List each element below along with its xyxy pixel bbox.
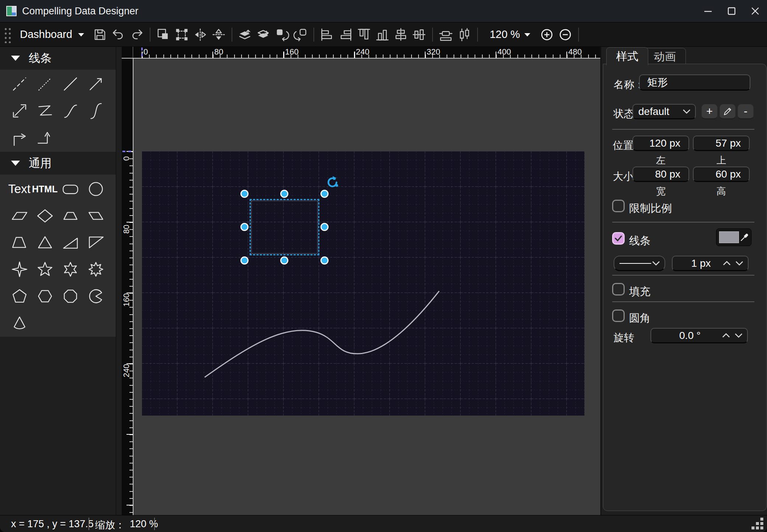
save-button[interactable] bbox=[91, 25, 109, 44]
shape-item-double-arrow-line[interactable] bbox=[7, 98, 32, 124]
shape-item-s-curve-line[interactable] bbox=[83, 98, 108, 124]
send-backward-button[interactable] bbox=[254, 25, 273, 44]
shape-item-triangle[interactable] bbox=[32, 230, 58, 255]
top-caption: 上 bbox=[693, 154, 750, 167]
line-color-widget[interactable] bbox=[716, 228, 752, 246]
shape-item-dashed-line[interactable] bbox=[7, 71, 32, 97]
distribute-vertical-button[interactable] bbox=[455, 25, 473, 44]
rotation-spinner[interactable]: 0.0 ° bbox=[650, 328, 748, 343]
shape-item-html[interactable]: HTML bbox=[32, 176, 58, 202]
shape-item-elbow-arrow-up[interactable] bbox=[32, 125, 58, 151]
section-header-general[interactable]: 通用 bbox=[0, 152, 116, 175]
spinner-up-icon[interactable] bbox=[723, 261, 731, 266]
rotate-handle-icon[interactable] bbox=[325, 176, 339, 189]
flip-horizontal-button[interactable] bbox=[191, 25, 209, 44]
resize-handle-bottom-left[interactable] bbox=[240, 256, 249, 265]
shape-item-diamond[interactable] bbox=[32, 203, 58, 229]
shape-item-curve-line[interactable] bbox=[58, 98, 83, 124]
line-checkbox[interactable] bbox=[612, 232, 625, 245]
height-input[interactable]: 60 px bbox=[693, 167, 750, 182]
shape-item-hexagon[interactable] bbox=[32, 283, 58, 309]
shape-item-dotted-line[interactable] bbox=[32, 71, 58, 97]
shape-item-elbow-arrow-right[interactable] bbox=[7, 125, 32, 151]
width-input[interactable]: 80 px bbox=[632, 167, 689, 182]
shape-item-octagon[interactable] bbox=[58, 283, 83, 309]
shape-item-rounded-rectangle[interactable] bbox=[58, 176, 83, 202]
redo-button[interactable] bbox=[128, 25, 146, 44]
line-color-swatch[interactable] bbox=[719, 231, 739, 243]
close-button[interactable] bbox=[743, 1, 767, 21]
shape-item-star-4[interactable] bbox=[7, 256, 32, 282]
zoom-out-button[interactable] bbox=[556, 25, 575, 44]
resize-handle-bottom-center[interactable] bbox=[280, 256, 288, 265]
shape-item-pentagon[interactable] bbox=[7, 283, 32, 309]
shape-item-line[interactable] bbox=[58, 71, 83, 97]
shape-item-pie-pacman[interactable] bbox=[83, 283, 108, 309]
shape-item-arrow-line[interactable] bbox=[83, 71, 108, 97]
edit-state-button[interactable] bbox=[719, 104, 736, 119]
minimize-button[interactable] bbox=[696, 1, 720, 21]
shape-item-star-5[interactable] bbox=[32, 256, 58, 282]
zoom-level-value[interactable]: 120 % bbox=[490, 28, 520, 41]
toolbar-drag-handle-icon[interactable] bbox=[3, 26, 11, 43]
resize-handle-middle-right[interactable] bbox=[320, 223, 329, 231]
line-style-dropdown[interactable] bbox=[614, 256, 665, 271]
curve-shape[interactable] bbox=[142, 151, 584, 416]
name-input[interactable]: 矩形 bbox=[639, 74, 750, 91]
shape-item-star-8[interactable] bbox=[83, 256, 108, 282]
rotate-left-button[interactable] bbox=[273, 25, 291, 44]
resize-handle-middle-left[interactable] bbox=[240, 223, 249, 231]
shape-item-zigzag-line[interactable] bbox=[32, 98, 58, 124]
zoom-dropdown-chevron-icon[interactable] bbox=[524, 32, 531, 37]
canvas-viewport[interactable] bbox=[133, 59, 600, 515]
rotate-right-button[interactable] bbox=[291, 25, 310, 44]
resize-handle-top-left[interactable] bbox=[240, 190, 249, 198]
dashboard-dropdown[interactable]: Dashboard bbox=[14, 28, 91, 41]
shape-item-ellipse[interactable] bbox=[83, 176, 108, 202]
tab-animation[interactable]: 动画 bbox=[644, 48, 686, 65]
spinner-down-icon[interactable] bbox=[735, 333, 743, 338]
ungroup-button[interactable] bbox=[173, 25, 191, 44]
shape-item-parallelogram[interactable] bbox=[7, 203, 32, 229]
section-header-lines[interactable]: 线条 bbox=[0, 47, 116, 70]
align-top-button[interactable] bbox=[355, 25, 373, 44]
spinner-down-icon[interactable] bbox=[735, 261, 743, 266]
position-x-input[interactable]: 120 px bbox=[632, 136, 689, 151]
align-center-horizontal-button[interactable] bbox=[392, 25, 410, 44]
shape-item-sector[interactable] bbox=[7, 310, 32, 336]
resize-handle-bottom-right[interactable] bbox=[320, 256, 329, 265]
constrain-proportions-checkbox[interactable] bbox=[612, 200, 625, 212]
shape-item-slanted-quad[interactable] bbox=[83, 203, 108, 229]
align-center-vertical-button[interactable] bbox=[410, 25, 428, 44]
shape-item-right-triangle[interactable] bbox=[58, 230, 83, 255]
selected-rectangle-shape[interactable] bbox=[250, 199, 319, 255]
undo-button[interactable] bbox=[109, 25, 128, 44]
tab-style[interactable]: 样式 bbox=[606, 47, 648, 65]
spinner-up-icon[interactable] bbox=[722, 333, 730, 338]
add-state-button[interactable]: + bbox=[701, 104, 718, 119]
shape-item-text[interactable]: Text bbox=[7, 176, 32, 202]
shape-item-star-6[interactable] bbox=[58, 256, 83, 282]
design-canvas[interactable] bbox=[142, 151, 584, 416]
align-bottom-button[interactable] bbox=[373, 25, 392, 44]
align-right-button[interactable] bbox=[336, 25, 355, 44]
rounded-corner-checkbox[interactable] bbox=[612, 309, 625, 322]
group-button[interactable] bbox=[154, 25, 173, 44]
zoom-in-button[interactable] bbox=[538, 25, 556, 44]
flip-vertical-button[interactable] bbox=[209, 25, 228, 44]
maximize-button[interactable] bbox=[720, 1, 743, 21]
shape-item-trapezoid[interactable] bbox=[58, 203, 83, 229]
eyedropper-icon[interactable] bbox=[740, 232, 750, 242]
position-y-input[interactable]: 57 px bbox=[693, 136, 750, 151]
align-left-button[interactable] bbox=[318, 25, 336, 44]
bring-forward-button[interactable] bbox=[236, 25, 254, 44]
fill-checkbox[interactable] bbox=[612, 283, 625, 295]
shape-item-right-triangle-flipped[interactable] bbox=[83, 230, 108, 255]
distribute-horizontal-button[interactable] bbox=[437, 25, 455, 44]
state-dropdown[interactable]: default bbox=[632, 104, 696, 119]
remove-state-button[interactable]: - bbox=[738, 104, 754, 119]
resize-handle-top-right[interactable] bbox=[320, 190, 329, 198]
resize-handle-top-center[interactable] bbox=[280, 190, 288, 198]
shape-item-trapezoid-tall[interactable] bbox=[7, 230, 32, 255]
line-width-spinner[interactable]: 1 px bbox=[672, 256, 749, 271]
